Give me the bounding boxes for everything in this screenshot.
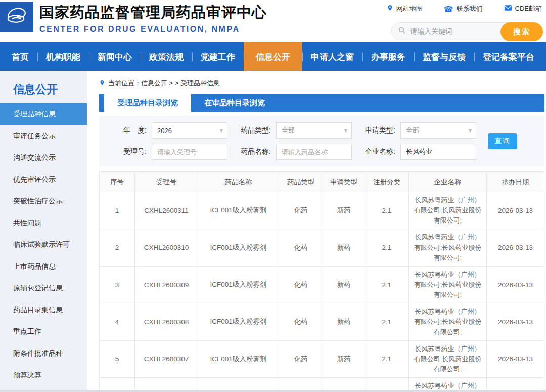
drug-name-input[interactable] <box>276 144 352 160</box>
tab-accepted-catalog[interactable]: 受理品种目录浏览 <box>104 94 191 112</box>
contact-link[interactable]: ☎ 联系我们 <box>444 4 483 13</box>
company-group: 企业名称: <box>365 144 476 160</box>
apply-type-label: 申请类型: <box>365 126 400 135</box>
cell-drug-type: 化药 <box>279 192 323 229</box>
tab-bar: 受理品种目录浏览 在审品种目录浏览 <box>99 94 544 112</box>
cell-date: 2026-03-13 <box>487 192 544 229</box>
drug-type-value: 全部 <box>282 126 344 135</box>
cell-apply-type: 新药 <box>323 229 365 266</box>
results-table: 序号 受理号 药品名称 药品类型 申请类型 注册分类 企业名称 承办日期 1 C… <box>99 171 544 392</box>
main-area: 信息公开 受理品种信息 审评任务公示 沟通交流公示 优先审评公示 突破性治疗公示… <box>0 71 546 392</box>
nav-item-news[interactable]: 新闻中心 <box>89 42 141 71</box>
cell-drug-type: 化药 <box>279 340 323 377</box>
cell-drug-name: ICF001吸入粉雾剂 <box>198 340 279 377</box>
sidebar-title: 信息公开 <box>0 82 87 97</box>
apply-type-select[interactable]: 全部 ▾ <box>400 122 476 139</box>
cell-company: 长风苏粤药业（广州）有限公司;长风药业股份有限公司; <box>409 192 487 229</box>
year-group: 年 度: 2026 ▾ <box>116 122 228 139</box>
drug-type-group: 药品类型: 全部 ▾ <box>241 122 352 139</box>
accept-no-group: 受理号: <box>116 144 228 160</box>
sidebar-item-priority-review[interactable]: 优先审评公示 <box>0 168 87 190</box>
cell-apply-type: 新药 <box>323 340 365 377</box>
col-header-date: 承办日期 <box>487 172 544 192</box>
table-row: 5 CXHL2600307 ICF001吸入粉雾剂 化药 新药 2.1 长风苏粤… <box>100 340 544 377</box>
cell-seq: 1 <box>100 192 135 229</box>
nav-item-registration-platform[interactable]: 登记备案平台 <box>474 42 543 71</box>
cell-company: 长风苏粤药业（广州）有限公司;长风药业股份有限公司; <box>409 303 487 340</box>
drug-name-label: 药品名称: <box>241 147 276 156</box>
cde-logo <box>0 2 33 32</box>
cell-apply-type: 新药 <box>323 303 365 340</box>
drug-type-select[interactable]: 全部 ▾ <box>276 122 352 139</box>
breadcrumb-text: 当前位置：信息公开 > > 受理品种信息 <box>108 79 220 88</box>
search-bar: 搜索 <box>391 22 543 40</box>
table-row: 1 CXHL2600311 ICF001吸入粉雾剂 化药 新药 2.1 长风苏粤… <box>100 192 544 229</box>
company-label: 企业名称: <box>365 147 400 156</box>
apply-type-value: 全部 <box>406 126 469 135</box>
filter-panel: 年 度: 2026 ▾ 药品类型: 全部 ▾ 申请类型: <box>99 116 544 166</box>
year-select[interactable]: 2026 ▾ <box>152 122 228 139</box>
cell-date: 2026-03-13 <box>487 340 544 377</box>
swan-logo-icon <box>4 4 30 30</box>
accept-no-input[interactable] <box>152 144 228 160</box>
phone-icon: ☎ <box>444 5 453 13</box>
cell-company: 长风苏粤药业（广州）有限公司;长风药业股份有限公司; <box>409 229 487 266</box>
sidebar-item-budget[interactable]: 预算决算 <box>0 364 87 386</box>
cell-reg-class: 2.1 <box>365 303 409 340</box>
cell-drug-type: 化药 <box>279 303 323 340</box>
search-icon <box>398 26 406 36</box>
search-button[interactable]: 搜索 <box>500 22 543 41</box>
site-subtitle: CENTER FOR DRUG EVALUATION, NMPA <box>39 25 267 34</box>
cell-date: 2026-03-13 <box>487 266 544 303</box>
sidebar-item-drug-catalog[interactable]: 药品目录集信息 <box>0 299 87 321</box>
sidebar-item-conditional-approval[interactable]: 附条件批准品种 <box>0 342 87 364</box>
col-header-drug-type: 药品类型 <box>279 172 323 192</box>
cell-drug-type: 化药 <box>279 229 323 266</box>
cell-seq: 5 <box>100 340 135 377</box>
chevron-down-icon: ▾ <box>469 127 472 134</box>
year-label: 年 度: <box>116 126 152 135</box>
map-pin-icon <box>387 4 393 13</box>
sidebar-item-review-tasks[interactable]: 审评任务公示 <box>0 125 87 147</box>
nav-item-home[interactable]: 首页 <box>3 42 37 71</box>
cell-accept-no: CXHL2600309 <box>135 266 198 303</box>
cell-reg-class: 2.1 <box>365 192 409 229</box>
sidebar-item-breakthrough-therapy[interactable]: 突破性治疗公示 <box>0 190 87 212</box>
cell-drug-name: ICF001吸入粉雾剂 <box>198 229 279 266</box>
cell-accept-no: CXHL2600310 <box>135 229 198 266</box>
sidebar: 信息公开 受理品种信息 审评任务公示 沟通交流公示 优先审评公示 突破性治疗公示… <box>0 71 87 392</box>
col-header-company: 企业名称 <box>409 172 487 192</box>
sidebar-item-common-issues[interactable]: 共性问题 <box>0 212 87 234</box>
sidebar-item-clinical-trial-license[interactable]: 临床试验默示许可 <box>0 234 87 255</box>
company-input[interactable] <box>400 144 476 160</box>
cell-accept-no: CXHL2600307 <box>135 340 198 377</box>
tab-under-review-catalog[interactable]: 在审品种目录浏览 <box>191 94 278 112</box>
col-header-drug-name: 药品名称 <box>198 172 279 192</box>
nav-item-supervision[interactable]: 监督与反馈 <box>414 42 474 71</box>
mail-link[interactable]: CDE邮箱 <box>504 4 542 13</box>
sidebar-item-marketed-drugs[interactable]: 上市药品信息 <box>0 255 87 277</box>
main-nav: 首页 机构职能 新闻中心 政策法规 党建工作 信息公开 申请人之窗 办事服务 监… <box>0 42 546 71</box>
drug-name-group: 药品名称: <box>241 144 352 160</box>
sidebar-item-communication[interactable]: 沟通交流公示 <box>0 147 87 168</box>
nav-item-policy[interactable]: 政策法规 <box>141 42 192 71</box>
filter-row-1: 年 度: 2026 ▾ 药品类型: 全部 ▾ 申请类型: <box>116 122 536 139</box>
sidebar-item-key-work[interactable]: 重点工作 <box>0 321 87 342</box>
sidebar-item-excipients-registration[interactable]: 原辅包登记信息 <box>0 277 87 299</box>
cell-apply-type: 新药 <box>323 266 365 303</box>
table-header-row: 序号 受理号 药品名称 药品类型 申请类型 注册分类 企业名称 承办日期 <box>100 172 544 192</box>
nav-item-applicant-window[interactable]: 申请人之窗 <box>302 42 362 71</box>
query-button[interactable]: 查询 <box>488 133 517 149</box>
chevron-down-icon: ▾ <box>220 127 223 134</box>
sidebar-item-accepted-varieties[interactable]: 受理品种信息 <box>0 103 87 125</box>
nav-item-info-disclosure[interactable]: 信息公开 <box>244 42 302 71</box>
drug-type-label: 药品类型: <box>241 126 276 135</box>
nav-item-party[interactable]: 党建工作 <box>192 42 244 71</box>
nav-item-services[interactable]: 办事服务 <box>362 42 414 71</box>
sitemap-link[interactable]: 网站地图 <box>387 4 423 13</box>
cell-reg-class: 2.1 <box>365 229 409 266</box>
col-header-seq: 序号 <box>100 172 135 192</box>
nav-item-functions[interactable]: 机构职能 <box>37 42 89 71</box>
cell-seq: 3 <box>100 266 135 303</box>
content-area: 当前位置：信息公开 > > 受理品种信息 受理品种目录浏览 在审品种目录浏览 年… <box>87 71 546 392</box>
